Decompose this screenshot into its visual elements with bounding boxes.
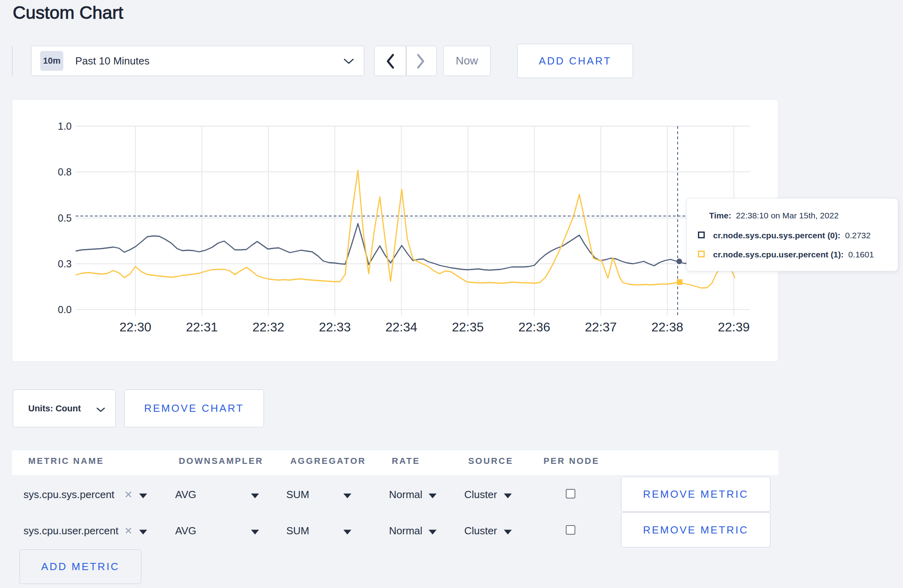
svg-text:1.0: 1.0: [58, 121, 72, 132]
svg-text:0.3: 0.3: [58, 258, 72, 269]
svg-text:0.0: 0.0: [58, 304, 72, 315]
svg-text:22:32: 22:32: [252, 320, 284, 334]
svg-text:22:33: 22:33: [319, 320, 351, 334]
svg-text:0.8: 0.8: [58, 166, 72, 177]
svg-text:22:30: 22:30: [119, 320, 151, 334]
svg-text:0.5: 0.5: [58, 212, 72, 224]
svg-text:22:34: 22:34: [385, 320, 417, 334]
svg-text:22:38: 22:38: [651, 320, 683, 334]
svg-text:22:31: 22:31: [186, 320, 218, 334]
svg-text:22:36: 22:36: [518, 320, 550, 334]
svg-text:22:37: 22:37: [585, 320, 617, 334]
svg-text:22:39: 22:39: [718, 320, 750, 334]
svg-text:22:35: 22:35: [452, 320, 484, 334]
